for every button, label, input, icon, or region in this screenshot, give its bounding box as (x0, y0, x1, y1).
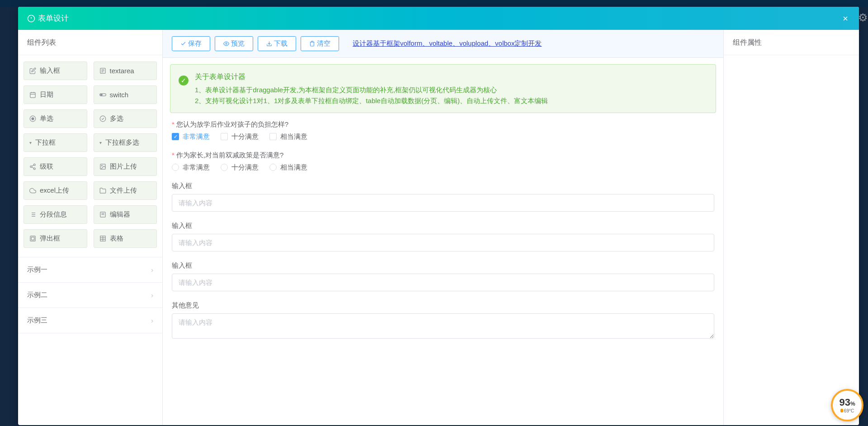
svg-rect-9 (30, 93, 35, 98)
other-label: 其他意见 (172, 301, 714, 310)
svg-point-20 (33, 168, 35, 170)
close-button[interactable] (841, 14, 850, 23)
example-item-3[interactable]: 示例三› (18, 308, 162, 333)
form-designer-modal: 表单设计 组件列表 输入框textarea日期switch单选多选▾下拉框▾下拉… (18, 7, 859, 425)
chevron-right-icon: › (151, 266, 153, 274)
example-item-1[interactable]: 示例一› (18, 257, 162, 283)
modal-header: 表单设计 (18, 7, 859, 30)
q1-option-1[interactable]: 十分满意 (221, 133, 259, 141)
svg-point-17 (100, 116, 106, 122)
form-field-q2[interactable]: 作为家长,对当前双减政策是否满意? 非常满意十分满意相当满意 (172, 151, 714, 172)
q2-label: 作为家长,对当前双减政策是否满意? (172, 151, 714, 160)
example-label: 示例一 (27, 265, 47, 274)
component-switch[interactable]: switch (94, 85, 157, 104)
q1-option-0[interactable]: ✓非常满意 (172, 133, 210, 141)
q2-option-1[interactable]: 十分满意 (221, 163, 259, 172)
form-field-input3[interactable]: 输入框 (172, 261, 714, 291)
component-editor[interactable]: 编辑器 (94, 205, 157, 224)
component-label: switch (110, 91, 129, 99)
section-icon (29, 211, 36, 218)
svg-rect-34 (30, 236, 35, 241)
q1-label: 您认为放学后作业对孩子的负担怎样? (172, 120, 714, 129)
input2-field[interactable] (172, 234, 714, 251)
success-icon: ✓ (179, 76, 189, 85)
table-icon (99, 235, 106, 242)
svg-line-22 (32, 165, 33, 166)
component-label: textarea (110, 67, 134, 75)
component-dropdown[interactable]: ▾下拉框多选 (94, 133, 157, 152)
component-table[interactable]: 表格 (94, 229, 157, 248)
close-icon (842, 15, 849, 22)
component-popup[interactable]: 弹出框 (24, 229, 87, 248)
form-field-input1[interactable]: 输入框 (172, 182, 714, 212)
preview-button[interactable]: 预览 (215, 36, 253, 51)
component-folder[interactable]: 文件上传 (94, 181, 157, 200)
example-item-2[interactable]: 示例二› (18, 283, 162, 308)
form-field-q1[interactable]: 您认为放学后作业对孩子的负担怎样? ✓非常满意十分满意相当满意 (172, 120, 714, 141)
component-calendar[interactable]: 日期 (24, 85, 87, 104)
component-dropdown[interactable]: ▾下拉框 (24, 133, 87, 152)
input1-field[interactable] (172, 194, 714, 212)
option-label: 非常满意 (183, 163, 210, 172)
widget-value: 93 (839, 397, 850, 408)
switch-icon (99, 91, 106, 98)
widget-temp: 69°C (844, 408, 854, 413)
component-list-panel: 组件列表 输入框textarea日期switch单选多选▾下拉框▾下拉框多选级联… (18, 30, 163, 425)
option-label: 十分满意 (231, 163, 259, 172)
design-canvas: 保存 预览 下载 清空 设计器基于框架volform、voltable、volu… (163, 30, 723, 425)
system-monitor-widget[interactable]: 93% 69°C (831, 389, 863, 421)
svg-point-16 (32, 118, 34, 120)
component-label: 分段信息 (40, 210, 67, 219)
modal-title: 表单设计 (38, 13, 69, 24)
check-icon (180, 41, 186, 47)
component-radio[interactable]: 单选 (24, 109, 87, 128)
component-cascade[interactable]: 级联 (24, 157, 87, 176)
edit-icon (29, 67, 36, 74)
textarea-icon (99, 67, 106, 74)
q1-option-2[interactable]: 相当满意 (269, 133, 307, 141)
component-label: 多选 (110, 114, 123, 123)
check-icon (99, 115, 106, 122)
component-edit[interactable]: 输入框 (24, 62, 87, 80)
clear-button[interactable]: 清空 (301, 36, 339, 51)
save-button[interactable]: 保存 (172, 36, 210, 51)
svg-point-40 (226, 43, 227, 44)
component-label: 文件上传 (110, 186, 137, 195)
form-field-other[interactable]: 其他意见 (172, 301, 714, 341)
component-check[interactable]: 多选 (94, 109, 157, 128)
chevron-down-icon: ▾ (99, 140, 102, 145)
component-label: 日期 (40, 90, 53, 99)
svg-point-18 (33, 164, 35, 166)
component-label: 弹出框 (40, 234, 60, 243)
gear-icon[interactable]: ⚙ (858, 11, 868, 24)
component-section[interactable]: 分段信息 (24, 205, 87, 224)
chevron-right-icon: › (151, 317, 153, 324)
component-cloud[interactable]: excel上传 (24, 181, 87, 200)
image-icon (99, 163, 106, 170)
component-label: 单选 (40, 114, 53, 123)
download-button[interactable]: 下载 (258, 36, 296, 51)
form-field-input2[interactable]: 输入框 (172, 222, 714, 251)
framework-link[interactable]: 设计器基于框架volform、voltable、volupload、volbox… (353, 39, 542, 48)
radio-icon (269, 164, 277, 171)
component-image[interactable]: 图片上传 (94, 157, 157, 176)
svg-rect-35 (31, 237, 34, 240)
option-label: 十分满意 (231, 133, 259, 141)
thermometer-icon (840, 409, 843, 412)
other-textarea[interactable] (172, 313, 714, 339)
component-list-title: 组件列表 (18, 30, 162, 55)
banner-line1: 1、表单设计器基于draggable开发,为本框架自定义页面功能的补充,框架仍以… (195, 85, 548, 95)
toolbar: 保存 预览 下载 清空 设计器基于框架volform、voltable、volu… (163, 30, 723, 58)
example-label: 示例二 (27, 291, 47, 299)
q2-option-2[interactable]: 相当满意 (269, 163, 307, 172)
input3-field[interactable] (172, 274, 714, 291)
radio-icon (29, 115, 36, 122)
component-label: 下拉框多选 (105, 138, 139, 147)
q2-option-0[interactable]: 非常满意 (172, 163, 210, 172)
trash-icon (309, 41, 315, 47)
component-label: 图片上传 (110, 162, 137, 171)
info-icon (27, 14, 35, 23)
chevron-down-icon: ▾ (29, 140, 32, 145)
editor-icon (99, 211, 106, 218)
component-textarea[interactable]: textarea (94, 62, 157, 80)
